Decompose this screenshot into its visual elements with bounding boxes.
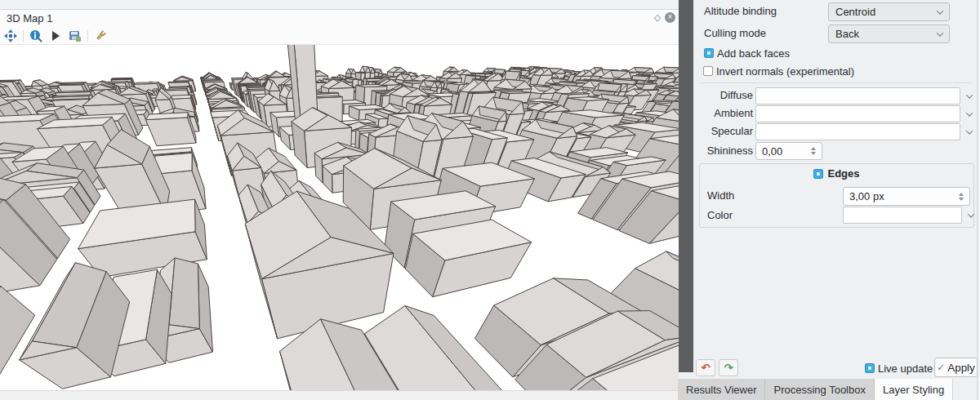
culling-mode-label: Culling mode — [704, 27, 766, 39]
undo-icon: ↶ — [702, 362, 710, 374]
ambient-label: Ambient — [693, 107, 753, 119]
redo-icon: ↷ — [724, 362, 733, 374]
altitude-binding-select[interactable]: Centroid — [828, 2, 950, 21]
redo-button[interactable]: ↷ — [719, 359, 738, 376]
layer-styling-panel: Altitude binding Centroid Culling mode B… — [693, 0, 978, 400]
edges-groupbox: Edges Width 3,00 px Color — [699, 163, 974, 228]
invert-normals-checkbox[interactable] — [703, 66, 713, 76]
3d-map-dock: 3D Map 1 ◇ × — [0, 0, 679, 400]
diffuse-label: Diffuse — [693, 89, 753, 101]
separator — [700, 82, 972, 83]
spinner-arrows-icon[interactable] — [811, 147, 816, 155]
apply-label: Apply — [947, 362, 974, 374]
3d-map-titlebar: 3D Map 1 ◇ × — [0, 10, 679, 27]
window-top-strip — [0, 0, 679, 10]
diffuse-swatch-frame — [755, 87, 960, 104]
chevron-down-icon[interactable] — [960, 130, 972, 135]
3d-map-toolbar — [0, 27, 679, 44]
shininess-spinbox[interactable]: 0,00 — [755, 142, 822, 160]
culling-mode-select[interactable]: Back — [828, 24, 950, 43]
chevron-down-icon[interactable] — [962, 213, 973, 218]
live-update-label: Live update — [878, 362, 933, 375]
undo-button[interactable]: ↶ — [696, 359, 715, 376]
3d-map-title: 3D Map 1 — [7, 12, 52, 24]
edges-checkbox[interactable] — [813, 169, 823, 179]
tab-layer-styling[interactable]: Layer Styling — [875, 379, 953, 400]
3d-map-viewport[interactable] — [0, 44, 679, 390]
save-image-icon[interactable] — [68, 29, 82, 43]
shininess-label: Shininess — [693, 144, 753, 157]
toolbar-separator — [23, 30, 24, 42]
specular-label: Specular — [693, 125, 753, 137]
qgis-window: 3D Map 1 ◇ × — [0, 0, 980, 400]
live-update-checkbox[interactable] — [865, 363, 875, 373]
bottom-dock-tabbar: Results Viewer Processing Toolbox Layer … — [678, 379, 953, 400]
tab-processing-toolbox[interactable]: Processing Toolbox — [765, 379, 875, 400]
chevron-down-icon — [937, 29, 943, 36]
chevron-down-icon[interactable] — [960, 94, 972, 99]
spinner-arrows-icon[interactable] — [959, 193, 964, 201]
specular-color-button[interactable] — [755, 123, 972, 140]
specular-swatch-frame — [755, 123, 960, 140]
add-back-faces-checkbox[interactable] — [704, 48, 714, 58]
3d-city-render — [0, 45, 679, 390]
culling-mode-value: Back — [835, 28, 859, 40]
edges-width-spinbox[interactable]: 3,00 px — [843, 187, 970, 206]
configure-wrench-icon[interactable] — [93, 29, 108, 43]
shininess-value: 0,00 — [762, 145, 782, 158]
float-dock-icon[interactable]: ◇ — [653, 12, 662, 22]
ambient-color-button[interactable] — [755, 105, 972, 122]
toolbar-separator — [87, 30, 88, 42]
edges-header: Edges — [700, 167, 973, 180]
edges-color-label: Color — [707, 209, 733, 221]
identify-icon[interactable] — [29, 29, 43, 43]
chevron-down-icon[interactable] — [960, 112, 972, 117]
close-dock-icon[interactable]: × — [665, 12, 675, 23]
edges-width-label: Width — [707, 189, 734, 202]
statusbar-strip — [0, 390, 679, 400]
edges-color-swatch-frame — [843, 207, 962, 224]
diffuse-color-button[interactable] — [755, 87, 972, 104]
altitude-binding-label: Altitude binding — [704, 5, 777, 17]
edges-label: Edges — [827, 167, 859, 180]
animations-play-icon[interactable] — [48, 29, 63, 43]
dock-splitter-handle[interactable] — [679, 0, 693, 372]
check-icon: ✓ — [937, 362, 945, 373]
edges-width-value: 3,00 px — [849, 190, 884, 202]
camera-control-icon[interactable] — [3, 29, 18, 43]
edges-color-button[interactable] — [843, 207, 973, 224]
ambient-swatch-frame — [755, 105, 960, 122]
add-back-faces-label: Add back faces — [717, 47, 790, 60]
apply-button[interactable]: ✓ Apply — [934, 358, 978, 377]
invert-normals-label: Invert normals (experimental) — [716, 65, 854, 78]
tab-results-viewer[interactable]: Results Viewer — [678, 379, 765, 400]
altitude-binding-value: Centroid — [835, 6, 875, 18]
chevron-down-icon — [937, 7, 943, 14]
